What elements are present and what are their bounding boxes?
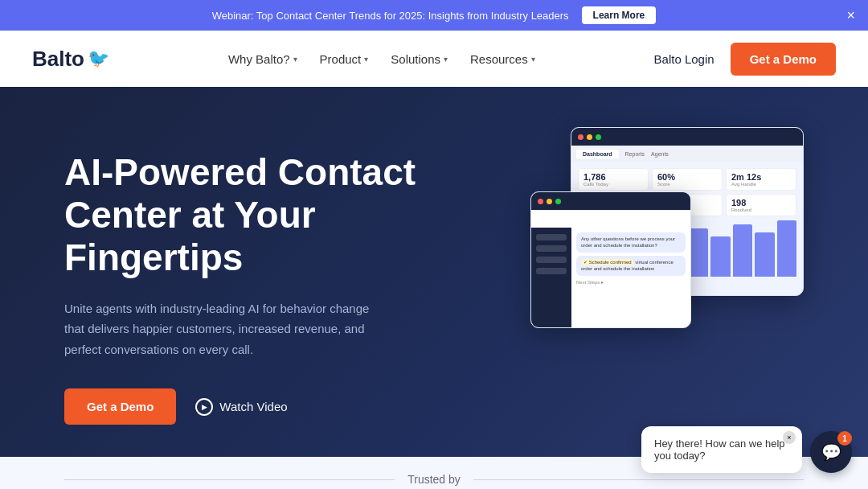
fd-sidebar-item xyxy=(536,234,567,240)
fd-highlight: ✓ Schedule confirmed xyxy=(581,259,634,265)
chat-bubble-1: Any other questions before we process yo… xyxy=(576,232,686,253)
chat-close-button[interactable]: × xyxy=(783,431,796,444)
db-tabs: Dashboard Reports Agents xyxy=(571,146,803,162)
nav-item-why-balto[interactable]: Why Balto? ▾ xyxy=(228,52,297,66)
hero-visual: Dashboard Reports Agents 1,786 Calls Tod… xyxy=(530,127,804,328)
nav-item-resources[interactable]: Resources ▾ xyxy=(470,52,535,66)
fd-main: Any other questions before we process yo… xyxy=(571,228,690,327)
hero-buttons: Get a Demo ▶ Watch Video xyxy=(64,388,466,425)
window-dot-yellow xyxy=(587,134,592,140)
login-link[interactable]: Balto Login xyxy=(654,52,714,66)
db-stat-1: 1,786 Calls Today xyxy=(578,168,649,191)
fd-sidebar-item xyxy=(536,257,567,263)
trusted-label: Trusted by xyxy=(407,473,461,486)
chevron-down-icon: ▾ xyxy=(531,55,535,64)
logo[interactable]: Balto 🐦 xyxy=(32,47,109,72)
play-icon: ▶ xyxy=(195,398,213,416)
trusted-divider: Trusted by xyxy=(64,473,804,486)
window-dot-green xyxy=(596,134,601,140)
window-dot-red xyxy=(538,199,543,204)
db-stat-label: Score xyxy=(657,182,717,187)
window-dot-red xyxy=(578,134,583,140)
chart-bar xyxy=(755,232,775,277)
db-stat-label: Avg Handle xyxy=(731,182,791,187)
window-dot-yellow xyxy=(547,199,552,204)
fd-sidebar-item xyxy=(536,268,567,274)
watch-video-link[interactable]: ▶ Watch Video xyxy=(195,398,287,416)
db-stat-label: Calls Today xyxy=(583,182,643,187)
db-stat-num: 2m 12s xyxy=(731,172,791,182)
window-dot-green xyxy=(555,199,561,204)
chevron-down-icon: ▾ xyxy=(293,55,297,64)
chat-badge: 1 xyxy=(837,431,852,446)
chat-message: Hey there! How can we help you today? xyxy=(654,438,789,462)
db-tab: Agents xyxy=(651,151,669,157)
chevron-down-icon: ▾ xyxy=(364,55,368,64)
db-tab: Reports xyxy=(625,151,645,157)
chat-icon: 💬 xyxy=(821,442,841,462)
logo-icon: 🐦 xyxy=(88,48,109,69)
chat-bubble-box: × Hey there! How can we help you today? xyxy=(641,426,802,473)
nav-item-solutions[interactable]: Solutions ▾ xyxy=(391,52,448,66)
announcement-bar: Webinar: Top Contact Center Trends for 2… xyxy=(0,0,868,31)
logo-text: Balto xyxy=(32,47,84,72)
db-stat-6: 198 Resolved xyxy=(726,194,796,216)
chat-widget: × Hey there! How can we help you today? … xyxy=(641,426,852,473)
chart-bar xyxy=(777,220,797,277)
fd-sidebar-item xyxy=(536,245,567,252)
hero-subtitle: Unite agents with industry-leading AI fo… xyxy=(64,298,370,360)
db-header-front xyxy=(531,192,690,210)
hero-title: AI-Powered Contact Center at Your Finger… xyxy=(64,151,466,279)
dashboard-front: Any other questions before we process yo… xyxy=(530,191,691,328)
db-header-back xyxy=(571,128,803,146)
db-stat-num: 1,786 xyxy=(583,172,643,182)
divider-line-left xyxy=(64,479,395,480)
get-demo-button[interactable]: Get a Demo xyxy=(731,43,836,76)
db-tab-active: Dashboard xyxy=(576,150,619,158)
db-stat-label: Resolved xyxy=(731,208,791,212)
chart-bar xyxy=(710,236,731,277)
divider-line-right xyxy=(473,479,804,480)
chevron-down-icon: ▾ xyxy=(444,55,448,64)
close-announcement-button[interactable]: × xyxy=(846,8,855,23)
db-stat-num: 198 xyxy=(731,198,791,208)
nav-item-product[interactable]: Product ▾ xyxy=(320,52,369,66)
chart-bar xyxy=(733,224,753,277)
announcement-text: Webinar: Top Contact Center Trends for 2… xyxy=(212,10,569,22)
fd-footer: Next Steps ▸ xyxy=(576,279,686,285)
db-stat-3: 2m 12s Avg Handle xyxy=(726,168,796,191)
chart-bar xyxy=(689,228,709,277)
hero-content: AI-Powered Contact Center at Your Finger… xyxy=(64,135,466,425)
navbar-right: Balto Login Get a Demo xyxy=(654,43,836,76)
chat-open-button[interactable]: 💬 1 xyxy=(810,431,852,473)
chat-bubble-2: ✓ Schedule confirmed virtual conference … xyxy=(576,256,686,276)
nav-links: Why Balto? ▾ Product ▾ Solutions ▾ Resou… xyxy=(228,52,535,66)
navbar: Balto 🐦 Why Balto? ▾ Product ▾ Solutions… xyxy=(0,31,868,87)
announcement-cta[interactable]: Learn More xyxy=(582,6,657,24)
hero-get-demo-button[interactable]: Get a Demo xyxy=(64,388,176,425)
hero-section: AI-Powered Contact Center at Your Finger… xyxy=(0,87,868,457)
fd-sidebar xyxy=(531,228,571,328)
db-stat-2: 60% Score xyxy=(652,168,723,191)
db-stat-num: 60% xyxy=(657,172,717,182)
